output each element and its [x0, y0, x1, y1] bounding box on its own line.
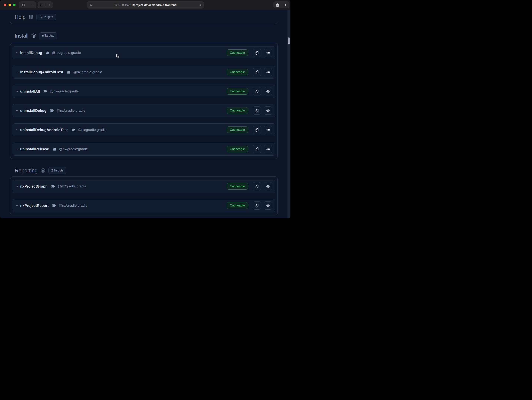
new-tab-icon[interactable] [284, 3, 287, 7]
target-name: uninstallDebugAndroidTest [20, 128, 68, 132]
zoom-window-button[interactable] [13, 4, 16, 6]
page-settings-icon[interactable] [90, 3, 93, 6]
target-executor: @nx/gradle:gradle [73, 70, 102, 74]
view-button[interactable] [264, 182, 272, 190]
target-name: nxProjectGraph [20, 184, 48, 188]
nav-separator [45, 3, 45, 7]
layers-icon [40, 168, 45, 173]
target-count-badge: 12 Targets [36, 14, 56, 20]
address-bar[interactable]: 127.0.0.1:4211/project-details/android-f… [87, 1, 204, 8]
reload-icon[interactable] [198, 3, 201, 6]
copy-button[interactable] [253, 182, 261, 190]
target-executor: @nx/gradle:gradle [78, 128, 107, 132]
nav-buttons-group [38, 1, 53, 8]
copy-button[interactable] [253, 126, 261, 134]
target-name: uninstallDebug [20, 108, 46, 113]
share-icon[interactable] [275, 3, 279, 7]
forward-button[interactable] [48, 3, 51, 7]
gradle-icon [66, 70, 71, 74]
gradle-icon [50, 184, 55, 188]
sidebar-toggle-icon[interactable] [21, 3, 25, 7]
cacheable-badge: Cacheable [227, 107, 248, 114]
gradle-icon [52, 147, 57, 151]
target-executor: @nx/gradle:gradle [50, 89, 79, 93]
target-row[interactable]: nxProjectGraph @nx/gradle:gradle Cacheab… [13, 180, 275, 193]
sidebar-toggle-group [19, 1, 36, 8]
copy-button[interactable] [253, 87, 261, 95]
target-executor: @nx/gradle:gradle [52, 51, 81, 55]
target-row[interactable]: uninstallDebug @nx/gradle:gradle Cacheab… [13, 104, 275, 117]
back-button[interactable] [39, 3, 43, 7]
minimize-window-button[interactable] [8, 4, 11, 6]
browser-window: 127.0.0.1:4211/project-details/android-f… [0, 0, 291, 218]
scrollbar-thumb[interactable] [288, 38, 290, 44]
target-row[interactable]: uninstallDebugAndroidTest @nx/gradle:gra… [13, 123, 275, 136]
target-row[interactable]: installDebug @nx/gradle:gradle Cacheable [13, 46, 275, 59]
target-name: nxProjectReport [20, 204, 49, 208]
url-host: 127.0.0.1:4211 [114, 3, 133, 6]
section-title: Help [15, 14, 25, 20]
cacheable-badge: Cacheable [227, 202, 248, 209]
view-button[interactable] [264, 49, 272, 57]
layers-icon [31, 33, 36, 38]
cacheable-badge: Cacheable [227, 88, 248, 95]
section-title: Reporting [15, 168, 38, 174]
chevron-down-icon[interactable] [16, 90, 19, 93]
target-executor: @nx/gradle:gradle [58, 204, 88, 208]
view-button[interactable] [264, 68, 272, 76]
chevron-down-icon[interactable] [16, 71, 19, 74]
target-executor: @nx/gradle:gradle [57, 108, 85, 112]
target-name: uninstallRelease [20, 147, 49, 151]
target-row[interactable]: installDebugAndroidTest @nx/gradle:gradl… [13, 66, 275, 79]
chevron-down-icon[interactable] [16, 204, 19, 207]
view-button[interactable] [264, 145, 272, 153]
scrollbar-track[interactable] [287, 10, 291, 218]
browser-toolbar: 127.0.0.1:4211/project-details/android-f… [0, 0, 291, 10]
project-details-page: Help 12 Targets Install 6 Targe [0, 10, 291, 218]
target-executor: @nx/gradle:gradle [59, 147, 88, 151]
section-heading-reporting: Reporting 2 Targets [15, 167, 291, 174]
target-count-badge: 2 Targets [48, 167, 66, 174]
target-row[interactable]: uninstallRelease @nx/gradle:gradle Cache… [13, 143, 275, 156]
copy-button[interactable] [253, 145, 261, 153]
copy-button[interactable] [253, 68, 261, 76]
gradle-icon [51, 204, 56, 208]
copy-button[interactable] [253, 201, 261, 210]
chevron-down-icon[interactable] [16, 109, 19, 112]
view-button[interactable] [264, 201, 272, 210]
target-count-badge: 6 Targets [39, 32, 57, 39]
copy-button[interactable] [253, 49, 261, 57]
section-title: Install [15, 33, 28, 39]
reporting-targets-box: nxProjectGraph @nx/gradle:gradle Cacheab… [10, 176, 278, 215]
traffic-lights [4, 4, 16, 6]
view-button[interactable] [264, 126, 272, 134]
chevron-down-icon[interactable] [16, 185, 19, 188]
gradle-icon [42, 89, 47, 93]
install-targets-box: installDebug @nx/gradle:gradle Cacheable… [10, 43, 278, 159]
target-row[interactable]: nxProjectReport @nx/gradle:gradle Cachea… [13, 199, 275, 212]
target-row[interactable]: uninstallAll @nx/gradle:gradle Cacheable [13, 85, 275, 98]
target-name: installDebug [20, 51, 42, 55]
close-window-button[interactable] [4, 4, 6, 6]
copy-button[interactable] [253, 106, 261, 115]
target-executor: @nx/gradle:gradle [58, 184, 87, 188]
gradle-icon [70, 128, 75, 132]
view-button[interactable] [264, 87, 272, 95]
section-heading-install: Install 6 Targets [15, 32, 291, 39]
url-text: 127.0.0.1:4211/project-details/android-f… [93, 3, 198, 6]
help-targets-box-bottom [10, 22, 277, 24]
chevron-down-icon[interactable] [16, 148, 19, 150]
chevron-down-icon[interactable] [16, 51, 19, 54]
cacheable-badge: Cacheable [227, 126, 248, 133]
cacheable-badge: Cacheable [227, 183, 248, 190]
url-path: /project-details/android-frontend [133, 3, 177, 6]
cacheable-badge: Cacheable [227, 69, 248, 75]
gradle-icon [45, 51, 50, 55]
chevron-down-icon[interactable] [16, 129, 19, 131]
view-button[interactable] [264, 106, 272, 115]
chevron-down-icon[interactable] [31, 4, 33, 6]
target-name: uninstallAll [20, 89, 40, 94]
toolbar-right-group [273, 1, 289, 8]
target-name: installDebugAndroidTest [20, 70, 63, 74]
gradle-icon [49, 108, 54, 112]
